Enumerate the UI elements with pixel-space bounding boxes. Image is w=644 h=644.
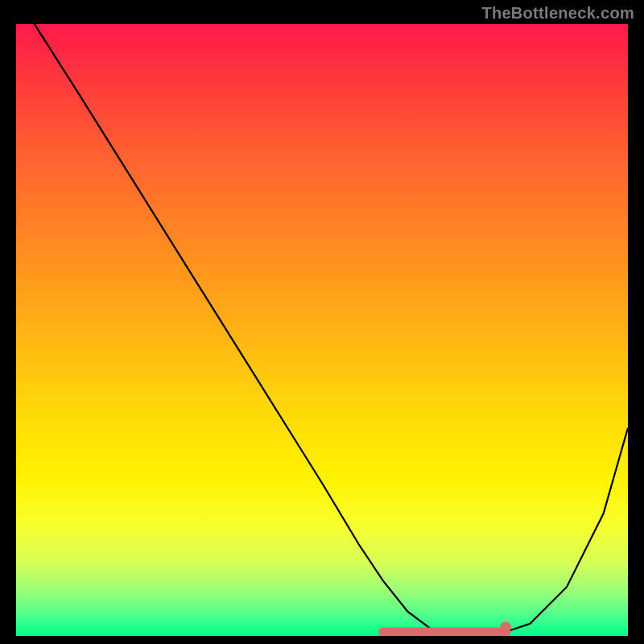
plot-area <box>16 24 628 636</box>
bottleneck-curve <box>35 24 628 636</box>
curve-layer <box>16 24 628 636</box>
flat-zone-end-dot <box>500 621 511 633</box>
chart-frame: TheBottleneck.com <box>0 0 644 644</box>
brand-watermark: TheBottleneck.com <box>481 4 634 23</box>
